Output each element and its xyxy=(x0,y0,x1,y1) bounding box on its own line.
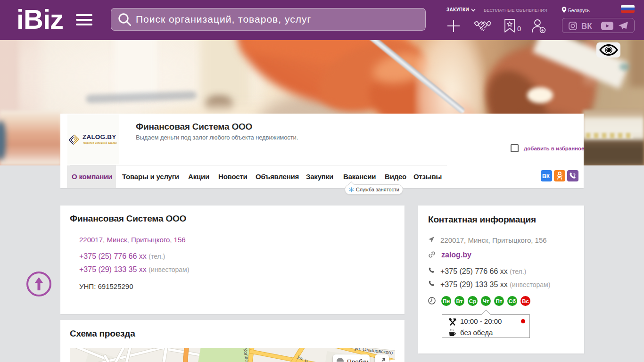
svg-text:ВК: ВК xyxy=(581,22,592,30)
svg-text:ВК: ВК xyxy=(542,173,550,179)
